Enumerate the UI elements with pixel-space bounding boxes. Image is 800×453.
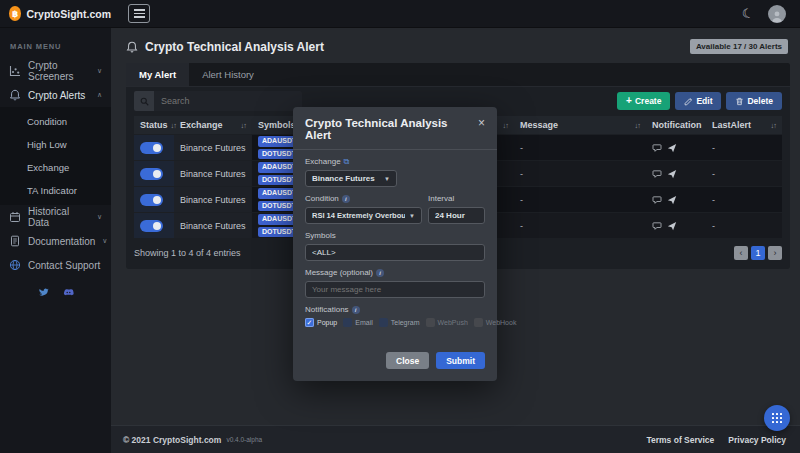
pagination-page-1-button[interactable]: 1: [751, 246, 765, 260]
sort-icon: ↓↑: [635, 121, 641, 130]
calendar-icon: [9, 211, 21, 223]
search-icon: [134, 91, 154, 111]
globe-icon: [9, 259, 21, 271]
caret-down-icon: ▼: [405, 213, 415, 219]
exchange-select[interactable]: Binance Futures ▼: [305, 170, 397, 187]
delete-button[interactable]: Delete: [726, 92, 782, 110]
symbols-label: Symbols: [305, 231, 485, 240]
tab-my-alert[interactable]: My Alert: [126, 63, 189, 86]
notification-cell: [646, 135, 706, 160]
entries-summary: Showing 1 to 4 of 4 entries: [134, 248, 241, 258]
interval-input[interactable]: [428, 207, 485, 224]
topbar-right: ☾: [742, 5, 800, 23]
search-box: [134, 91, 302, 111]
checkbox-checked-icon: ✓: [305, 318, 314, 327]
footer-links: Terms of ServicePrivacy Policy: [646, 435, 786, 445]
sidebar-subitem-high-low[interactable]: High Low: [0, 133, 111, 156]
notify-popup-checkbox[interactable]: ✓Popup: [305, 318, 337, 327]
checkbox-icon: [474, 318, 483, 327]
close-icon[interactable]: ×: [474, 116, 485, 129]
chat-bubble-icon: [652, 195, 662, 205]
message-input[interactable]: [305, 281, 485, 298]
bitcoin-logo-icon: ฿: [9, 6, 21, 21]
app-logo[interactable]: ฿ CryptoSight.com: [0, 6, 111, 21]
sidebar-item-crypto-screeners[interactable]: Crypto Screeners ∨: [0, 59, 111, 83]
footer-link-privacy-policy[interactable]: Privacy Policy: [728, 435, 786, 445]
twitter-icon[interactable]: [38, 287, 49, 298]
lastalert-cell: -: [706, 187, 782, 212]
condition-select[interactable]: RSI 14 Extremely Overbought (80) ▼: [305, 207, 422, 224]
notify-telegram-checkbox[interactable]: Telegram: [379, 318, 420, 327]
column-header-lastalert[interactable]: LastAlert↓↑: [706, 120, 782, 130]
chevron-up-icon: ∧: [97, 91, 102, 99]
pagination-prev-button[interactable]: ‹: [734, 246, 748, 260]
condition-label: Condition i: [305, 194, 422, 203]
submit-button[interactable]: Submit: [436, 352, 485, 369]
trash-icon: [735, 97, 744, 106]
checkbox-icon: [343, 318, 352, 327]
exchange-cell: Binance Futures: [174, 213, 252, 238]
apps-fab-button[interactable]: [764, 405, 790, 431]
sidebar-subitem-condition[interactable]: Condition: [0, 110, 111, 133]
version-text: v0.4.0-alpha: [226, 436, 262, 443]
discord-icon[interactable]: [63, 287, 74, 298]
status-toggle[interactable]: [140, 168, 163, 180]
status-toggle[interactable]: [140, 194, 163, 206]
lastalert-cell: -: [706, 213, 782, 238]
chat-bubble-icon: [652, 169, 662, 179]
column-header-notification[interactable]: Notification: [646, 120, 706, 130]
notify-email-checkbox[interactable]: Email: [343, 318, 373, 327]
document-icon: [9, 235, 21, 247]
edit-button[interactable]: Edit: [675, 92, 721, 110]
symbols-input[interactable]: [305, 244, 485, 261]
divider: [293, 149, 497, 150]
message-cell: -: [514, 135, 646, 160]
message-label: Message (optional) i: [305, 268, 485, 277]
sidebar-item-documentation[interactable]: Documentation ∨: [0, 229, 111, 253]
sidebar-social: [0, 277, 111, 298]
status-toggle[interactable]: [140, 220, 163, 232]
sidebar-subitem-exchange[interactable]: Exchange: [0, 156, 111, 179]
app-logo-text: CryptoSight.com: [26, 8, 111, 20]
sidebar-item-historical-data[interactable]: Historical Data ∨: [0, 205, 111, 229]
person-icon: [770, 9, 784, 23]
send-icon: [667, 143, 677, 153]
sidebar-toggle-button[interactable]: [128, 4, 150, 23]
sidebar-item-crypto-alerts[interactable]: Crypto Alerts ∧: [0, 83, 111, 107]
info-icon: i: [376, 269, 384, 277]
notify-webpush-checkbox[interactable]: WebPush: [426, 318, 468, 327]
interval-label: Interval: [428, 194, 485, 203]
tab-alert-history[interactable]: Alert History: [189, 63, 267, 86]
status-toggle[interactable]: [140, 142, 163, 154]
sidebar-item-contact-support[interactable]: Contact Support: [0, 253, 111, 277]
notifications-label: Notifications i: [305, 305, 485, 314]
exchange-cell: Binance Futures: [174, 135, 252, 160]
sidebar-subitem-ta-indicator[interactable]: TA Indicator: [0, 179, 111, 202]
message-cell: -: [514, 187, 646, 212]
notify-webhook-checkbox[interactable]: WebHook: [474, 318, 517, 327]
external-link-icon[interactable]: ⧉: [344, 158, 350, 166]
exchange-cell: Binance Futures: [174, 187, 252, 212]
caret-down-icon: ▼: [380, 176, 390, 182]
column-header-exchange[interactable]: Exchange↓↑: [174, 120, 252, 130]
create-button[interactable]: + Create: [617, 92, 670, 110]
footer-link-terms-of-service[interactable]: Terms of Service: [646, 435, 714, 445]
message-cell: -: [514, 213, 646, 238]
chevron-down-icon: ∨: [97, 213, 102, 221]
alerts-submenu: ConditionHigh LowExchangeTA Indicator: [0, 107, 111, 205]
dark-mode-toggle-icon[interactable]: ☾: [741, 5, 756, 22]
user-avatar[interactable]: [768, 5, 786, 23]
bell-icon: [9, 89, 21, 101]
column-header-status[interactable]: Status↓↑: [134, 120, 174, 130]
tabs-bar: My Alert Alert History: [126, 63, 790, 87]
footer: © 2021 CryptoSight.com v0.4.0-alpha Term…: [111, 425, 800, 453]
search-input[interactable]: [154, 91, 302, 111]
column-header-message[interactable]: Message↓↑: [514, 120, 646, 130]
scatter-chart-icon: [9, 65, 21, 77]
close-button[interactable]: Close: [386, 352, 429, 369]
pagination-next-button[interactable]: ›: [768, 246, 782, 260]
lastalert-cell: -: [706, 161, 782, 186]
checkbox-icon: [379, 318, 388, 327]
pagination: ‹ 1 ›: [734, 246, 782, 260]
sort-icon: ↓↑: [241, 121, 247, 130]
